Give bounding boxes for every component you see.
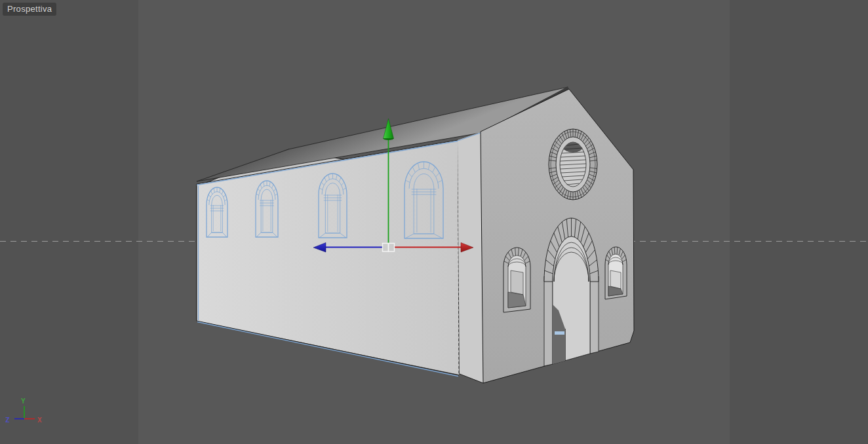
3d-viewport[interactable]: Y X Z Prospettiva bbox=[0, 0, 868, 444]
facade-window-right bbox=[605, 247, 627, 299]
axis-x-label: X bbox=[37, 416, 42, 424]
world-axis-indicator: Y X Z bbox=[5, 397, 42, 424]
axis-z-label: Z bbox=[5, 416, 10, 424]
interior-selected-edge-glimpse bbox=[555, 331, 564, 335]
facade-window-left bbox=[503, 248, 530, 312]
entrance-portal bbox=[544, 218, 599, 366]
corner-chamfer bbox=[458, 132, 483, 383]
portal-pilaster-right bbox=[590, 276, 599, 354]
viewport-name-label: Prospettiva bbox=[3, 3, 56, 16]
viewport-canvas[interactable]: Y X Z bbox=[0, 0, 868, 444]
church-model[interactable] bbox=[197, 86, 634, 383]
axis-y-label: Y bbox=[21, 397, 26, 405]
portal-pilaster-left bbox=[544, 276, 553, 366]
rose-window bbox=[549, 129, 597, 200]
